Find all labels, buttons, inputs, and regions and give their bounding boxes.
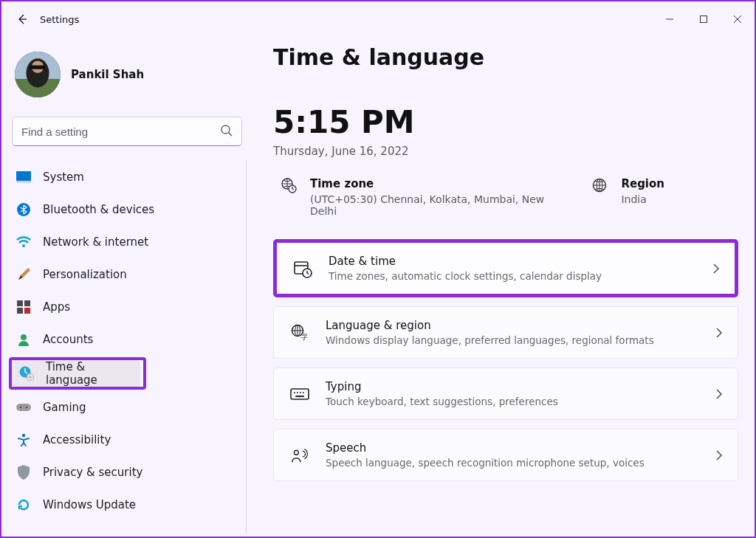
- svg-point-21: [22, 434, 25, 437]
- content-area: Time & language 5:15 PM Thursday, June 1…: [252, 37, 755, 537]
- search-icon: [220, 124, 233, 137]
- gamepad-icon: [16, 400, 31, 415]
- search-input[interactable]: [12, 117, 242, 146]
- svg-point-37: [294, 450, 298, 455]
- svg-point-32: [294, 392, 295, 393]
- workspace: Pankil Shah System Bluetooth & devices N…: [1, 37, 755, 537]
- card-speech[interactable]: Speech Speech language, speech recogniti…: [273, 429, 738, 481]
- brush-icon: [16, 267, 31, 282]
- speech-icon: [290, 446, 309, 465]
- close-button[interactable]: [721, 1, 755, 37]
- card-title: Date & time: [329, 255, 696, 268]
- sidebar-item-label: Apps: [43, 300, 70, 314]
- svg-point-20: [26, 407, 28, 409]
- sidebar-item-windows-update[interactable]: Windows Update: [9, 490, 241, 520]
- sidebar-item-bluetooth[interactable]: Bluetooth & devices: [9, 195, 241, 224]
- sidebar-item-label: Gaming: [43, 401, 86, 414]
- clock-block: 5:15 PM Thursday, June 16, 2022: [273, 104, 738, 158]
- maximize-button[interactable]: [687, 1, 721, 37]
- svg-rect-31: [291, 389, 309, 399]
- window-title: Settings: [40, 14, 79, 25]
- sidebar-item-accessibility[interactable]: Accessibility: [9, 425, 241, 455]
- sidebar-nav: System Bluetooth & devices Network & int…: [9, 159, 247, 534]
- sidebar-item-label: Personalization: [43, 268, 127, 281]
- chevron-right-icon: [715, 388, 723, 400]
- back-button[interactable]: [10, 7, 34, 31]
- sidebar-item-label: Time & language: [46, 360, 133, 387]
- system-icon: [16, 170, 31, 184]
- region-block: Region India: [591, 177, 664, 205]
- card-subtitle: Touch keyboard, text suggestions, prefer…: [326, 396, 699, 407]
- search-container: [12, 117, 242, 146]
- sidebar-item-personalization[interactable]: Personalization: [9, 260, 241, 289]
- back-arrow-icon: [16, 13, 28, 25]
- sidebar-item-label: Network & internet: [43, 235, 148, 249]
- card-title: Language & region: [326, 319, 699, 332]
- accessibility-icon: [16, 432, 31, 447]
- card-subtitle: Windows display language, preferred lang…: [326, 334, 699, 346]
- clock-time: 5:15 PM: [273, 104, 738, 140]
- svg-point-6: [221, 125, 230, 134]
- timezone-value: (UTC+05:30) Chennai, Kolkata, Mumbai, Ne…: [310, 193, 556, 217]
- svg-point-19: [20, 407, 22, 409]
- sidebar-item-label: Windows Update: [43, 498, 136, 511]
- sidebar-item-gaming[interactable]: Gaming: [9, 393, 241, 422]
- bluetooth-icon: [16, 202, 31, 217]
- window-controls: [653, 1, 755, 37]
- svg-point-35: [303, 392, 304, 393]
- region-value: India: [621, 193, 664, 205]
- person-icon: [16, 332, 31, 347]
- card-subtitle: Time zones, automatic clock settings, ca…: [329, 270, 696, 282]
- sidebar-item-time-language[interactable]: Time & language: [12, 360, 140, 387]
- shield-icon: [16, 465, 31, 480]
- titlebar: Settings: [1, 1, 755, 37]
- calendar-clock-icon: [293, 259, 312, 278]
- maximize-icon: [699, 15, 708, 24]
- chevron-right-icon: [715, 449, 723, 461]
- timezone-block: Time zone (UTC+05:30) Chennai, Kolkata, …: [281, 177, 556, 217]
- wifi-icon: [16, 235, 31, 249]
- sidebar-item-privacy[interactable]: Privacy & security: [9, 458, 241, 487]
- avatar: [15, 52, 61, 97]
- close-icon: [733, 15, 742, 24]
- svg-rect-5: [30, 66, 46, 69]
- card-date-time[interactable]: Date & time Time zones, automatic clock …: [273, 239, 738, 297]
- card-language-region[interactable]: 字 Language & region Windows display lang…: [273, 306, 738, 359]
- minimize-icon: [665, 15, 674, 24]
- svg-rect-11: [17, 300, 23, 306]
- apps-icon: [16, 300, 31, 314]
- svg-rect-14: [24, 308, 30, 314]
- update-icon: [16, 497, 31, 512]
- svg-rect-8: [16, 181, 31, 183]
- svg-rect-18: [16, 404, 31, 411]
- svg-rect-13: [17, 308, 23, 314]
- svg-point-10: [22, 244, 25, 247]
- sidebar-item-accounts[interactable]: Accounts: [9, 325, 241, 354]
- sidebar-item-label: System: [43, 170, 84, 184]
- sidebar-highlight: Time & language: [9, 357, 146, 390]
- sidebar-item-label: Accessibility: [43, 433, 111, 446]
- card-typing[interactable]: Typing Touch keyboard, text suggestions,…: [273, 368, 738, 420]
- clock-date: Thursday, June 16, 2022: [273, 145, 738, 158]
- globe-clock-icon: [281, 177, 297, 193]
- svg-rect-7: [16, 171, 31, 181]
- user-name: Pankil Shah: [71, 68, 144, 81]
- region-title: Region: [621, 177, 664, 190]
- chevron-right-icon: [712, 263, 720, 275]
- globe-icon: [591, 177, 608, 193]
- sidebar-item-apps[interactable]: Apps: [9, 292, 241, 322]
- profile-block[interactable]: Pankil Shah: [9, 37, 247, 117]
- sidebar-item-network[interactable]: Network & internet: [9, 227, 241, 257]
- sidebar-item-system[interactable]: System: [9, 162, 241, 192]
- language-icon: 字: [290, 323, 309, 342]
- svg-rect-36: [295, 396, 304, 397]
- info-row: Time zone (UTC+05:30) Chennai, Kolkata, …: [273, 177, 738, 217]
- card-title: Speech: [326, 441, 699, 455]
- svg-rect-12: [24, 300, 30, 306]
- minimize-button[interactable]: [653, 1, 687, 37]
- svg-point-34: [300, 392, 301, 393]
- page-title: Time & language: [273, 44, 738, 70]
- svg-point-33: [297, 392, 298, 393]
- sidebar-item-label: Bluetooth & devices: [43, 203, 154, 216]
- keyboard-icon: [290, 384, 309, 404]
